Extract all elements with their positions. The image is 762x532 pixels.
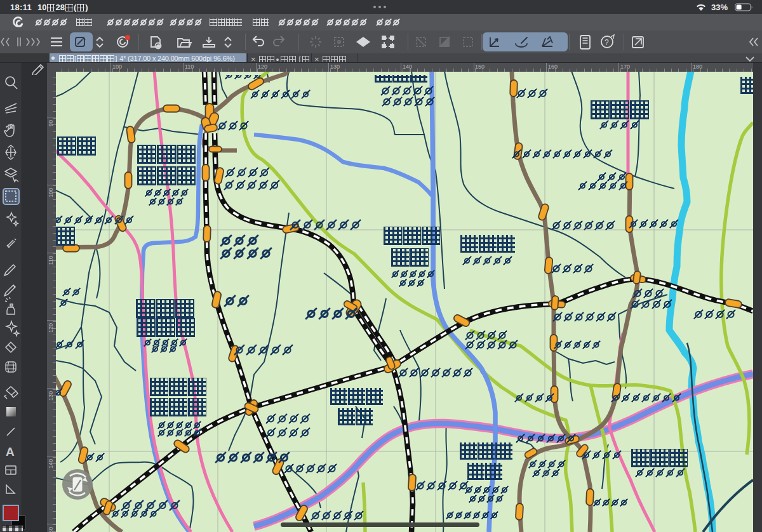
svg-text:?: ?: [605, 38, 609, 47]
